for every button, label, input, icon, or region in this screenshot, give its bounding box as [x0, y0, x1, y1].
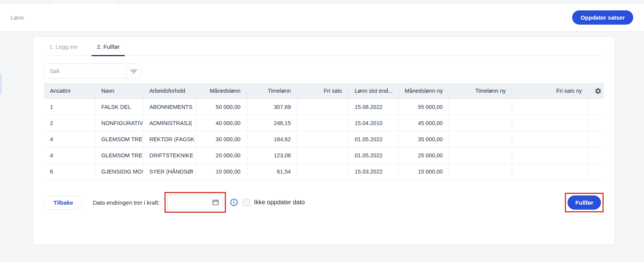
table-cell: 15.03.2022	[348, 164, 398, 180]
column-header[interactable]: Timelønn	[247, 83, 297, 99]
footer-controls: Tilbake Dato endringen trer i kraft:	[44, 192, 604, 213]
table-cell	[297, 99, 348, 115]
app-header: Lønn Oppdater satser	[0, 3, 644, 32]
table-cell: 30 000,00	[196, 131, 247, 147]
table-cell: DRIFTSTEKNIKE	[143, 147, 196, 164]
table-cell: 4	[44, 147, 95, 164]
table-row: 6GJENSIDIG MOSSYER (HÅNDSØI10 000,0061,5…	[44, 164, 604, 180]
table-cell: 55 000,00	[398, 99, 449, 115]
column-header[interactable]: Navn	[95, 83, 143, 99]
table-cell	[512, 164, 588, 180]
table-header-row: AnsattnrNavnArbeidsforholdMånedslønnTime…	[44, 83, 604, 99]
table-cell: ABONNEMENTS	[143, 99, 196, 115]
date-highlight-box	[164, 192, 226, 213]
table-row: 4GLEMSOM TREDRIFTSTEKNIKE20 000,00123,08…	[44, 147, 604, 164]
table-cell: REKTOR (FAGSK	[143, 131, 196, 147]
table-cell: 307,69	[247, 99, 297, 115]
tab-fullfor[interactable]: 2. Fullfør	[91, 43, 125, 55]
submit-highlight-box: Fullfør	[565, 193, 604, 212]
column-header[interactable]: Fri sats	[297, 83, 348, 99]
table-cell	[449, 147, 512, 164]
table-cell: 45 000,00	[398, 115, 449, 131]
column-header[interactable]: Månedslønn	[196, 83, 247, 99]
table-cell	[588, 131, 604, 147]
settings-column-header[interactable]	[588, 83, 604, 99]
column-header[interactable]: Ansattnr	[44, 83, 95, 99]
table-cell	[449, 164, 512, 180]
table-cell	[512, 131, 588, 147]
column-header[interactable]: Fri sats ny	[512, 83, 588, 99]
table-row: 2NONFIGURATIVADMINISTRASJ(40 000,00246,1…	[44, 115, 604, 131]
effective-date-input[interactable]	[171, 199, 211, 206]
table-cell	[588, 115, 604, 131]
table-cell	[588, 147, 604, 164]
content-card: 1. Legg inn 2. Fullfør Ansattn	[33, 37, 615, 245]
table-cell: GLEMSOM TRE	[95, 147, 143, 164]
table-cell	[588, 99, 604, 115]
filter-icon	[130, 68, 138, 74]
table-cell: 4	[44, 131, 95, 147]
column-header[interactable]: Lønn sist end...	[348, 83, 398, 99]
table-cell	[297, 147, 348, 164]
table-cell: 01.05.2022	[348, 147, 398, 164]
table-cell: 50 000,00	[196, 99, 247, 115]
table-cell: 15.04.2010	[348, 115, 398, 131]
gear-icon[interactable]	[594, 87, 598, 95]
date-field[interactable]	[167, 195, 223, 210]
table-row: 4GLEMSOM TREREKTOR (FAGSK30 000,00184,62…	[44, 131, 604, 147]
table-cell	[449, 99, 512, 115]
table-cell: NONFIGURATIV	[95, 115, 143, 131]
table-cell: 2	[44, 115, 95, 131]
column-header[interactable]: Arbeidsforhold	[143, 83, 196, 99]
table-cell	[449, 131, 512, 147]
effective-date-label: Dato endringen trer i kraft:	[93, 199, 159, 206]
info-icon[interactable]	[230, 198, 238, 207]
left-edge-highlight	[0, 74, 2, 94]
tab-legg-inn[interactable]: 1. Legg inn	[44, 43, 83, 55]
table-cell	[512, 147, 588, 164]
table-cell: 1	[44, 99, 95, 115]
table-cell: 25 000,00	[398, 147, 449, 164]
submit-button[interactable]: Fullfør	[568, 195, 601, 210]
page-title: Lønn	[11, 14, 24, 21]
table-cell	[588, 164, 604, 180]
table-cell: ADMINISTRASJ(	[143, 115, 196, 131]
filter-button[interactable]	[126, 64, 141, 78]
table-cell: SYER (HÅNDSØI	[143, 164, 196, 180]
table-cell: 246,15	[247, 115, 297, 131]
table-cell: 6	[44, 164, 95, 180]
table-cell	[297, 115, 348, 131]
table-cell: 184,62	[247, 131, 297, 147]
table-cell: 15 000,00	[398, 164, 449, 180]
skip-date-label: Ikke oppdater dato	[254, 199, 305, 206]
search-row	[44, 63, 604, 78]
table-cell: 123,08	[247, 147, 297, 164]
table-cell	[297, 131, 348, 147]
salary-table: AnsattnrNavnArbeidsforholdMånedslønnTime…	[44, 83, 604, 180]
table-cell: GJENSIDIG MOS	[95, 164, 143, 180]
calendar-icon[interactable]	[212, 199, 219, 206]
table-cell: 15.08.2022	[348, 99, 398, 115]
table-cell: 61,54	[247, 164, 297, 180]
table-cell: FALSK DEL	[95, 99, 143, 115]
update-rates-button[interactable]: Oppdater satser	[572, 10, 633, 25]
table-cell	[297, 164, 348, 180]
search-input[interactable]	[44, 64, 126, 78]
table-cell: 01.05.2022	[348, 131, 398, 147]
column-header[interactable]: Månedslønn ny	[398, 83, 449, 99]
step-tabs: 1. Legg inn 2. Fullfør	[44, 37, 604, 56]
table-cell: 10 000,00	[196, 164, 247, 180]
search-group	[44, 63, 141, 78]
back-button[interactable]: Tilbake	[44, 195, 83, 210]
table-row: 1FALSK DELABONNEMENTS50 000,00307,6915.0…	[44, 99, 604, 115]
skip-date-checkbox[interactable]	[243, 199, 250, 206]
table-cell: 35 000,00	[398, 131, 449, 147]
table-cell	[449, 115, 512, 131]
table-cell: 20 000,00	[196, 147, 247, 164]
table-cell: 40 000,00	[196, 115, 247, 131]
table-cell: GLEMSOM TRE	[95, 131, 143, 147]
table-cell	[512, 99, 588, 115]
table-cell	[512, 115, 588, 131]
column-header[interactable]: Timelønn ny	[449, 83, 512, 99]
